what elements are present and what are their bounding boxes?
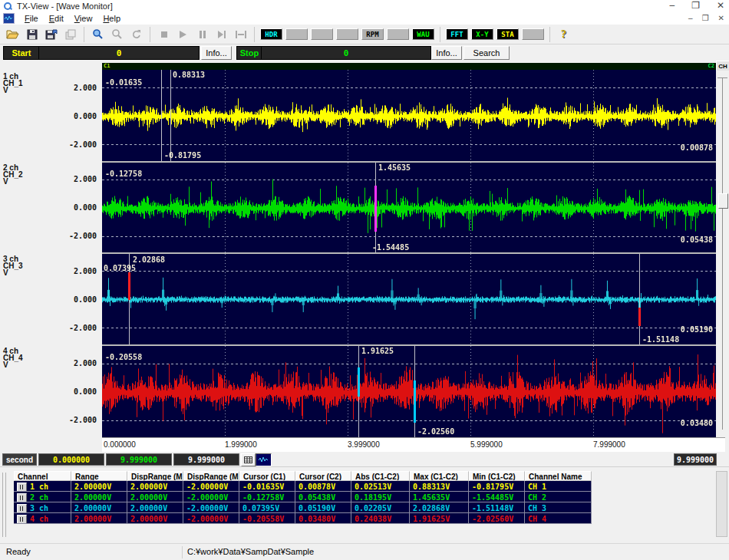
waveform-ch2[interactable] xyxy=(102,163,716,253)
toggle-xy-button[interactable]: X-Y xyxy=(471,28,493,40)
minimize-icon[interactable]: – xyxy=(669,0,675,11)
child-close-icon[interactable]: ✕ xyxy=(718,14,724,22)
toggle-blank-button[interactable] xyxy=(311,28,333,40)
menu-file[interactable]: File xyxy=(19,13,44,24)
c1-position-value: 0.000000 xyxy=(38,453,104,466)
close-icon[interactable]: ✕ xyxy=(717,0,724,11)
column-header-10[interactable]: Channel Name xyxy=(525,471,592,481)
max-value-ch1: 0.88313 xyxy=(173,71,205,79)
slider-thumb[interactable] xyxy=(718,193,728,209)
play-button-disabled[interactable] xyxy=(174,26,192,43)
column-header-8[interactable]: Max (C1-C2) xyxy=(410,471,469,481)
table-row-ch2[interactable]: 2 ch2.00000V2.00000V-2.00000V-0.12758V0.… xyxy=(14,492,592,502)
cursor-c2-marker[interactable]: C2 xyxy=(708,63,714,69)
cell-r2c2: 2.00000V xyxy=(71,492,127,502)
channel-table-panel: ChannelRangeDispRange (M...DispRange (Mi… xyxy=(0,469,729,542)
toggle-fft-button[interactable]: FFT xyxy=(446,28,468,40)
table-scrollbar[interactable] xyxy=(716,471,727,537)
max-marker-line-ch1[interactable] xyxy=(170,70,171,162)
toggle-blank-button[interactable] xyxy=(336,28,358,40)
column-header-7[interactable]: Abs (C1-C2) xyxy=(351,471,410,481)
column-header-2[interactable]: Range xyxy=(71,471,127,481)
waveform-ch3[interactable] xyxy=(102,254,716,344)
row-monitor-button[interactable] xyxy=(17,483,27,492)
cursor-c1-marker[interactable]: C1 xyxy=(104,63,110,69)
restore-icon[interactable]: ❐ xyxy=(691,0,700,11)
range-button-disabled[interactable] xyxy=(232,26,249,43)
waveform-panel-ch3[interactable]: 2.02868 0.07395 -1.51148 0.05190 xyxy=(102,254,716,344)
cell-r4c2: 2.00000V xyxy=(71,513,127,524)
column-header-1[interactable]: Channel xyxy=(14,471,71,481)
time-unit-label: second xyxy=(2,453,37,466)
save-as-button[interactable] xyxy=(42,26,60,43)
min-marker-line-ch1[interactable] xyxy=(161,70,162,162)
splitter-grip[interactable] xyxy=(2,473,3,537)
pause-button-disabled[interactable] xyxy=(193,26,211,43)
toggle-wau-button[interactable]: WAU xyxy=(412,28,434,40)
help-button[interactable]: ? xyxy=(555,26,572,43)
zoom-in-button[interactable] xyxy=(89,26,107,43)
waveform-panel-ch1[interactable]: 0.88313 -0.01635 -0.81795 0.00878 xyxy=(102,70,716,162)
column-header-9[interactable]: Min (C1-C2) xyxy=(469,471,525,481)
waveform-ch1[interactable] xyxy=(102,70,716,162)
step-forward-button-disabled[interactable] xyxy=(213,26,230,43)
cell-r2c8: 1.45635V xyxy=(410,492,469,502)
c2-value-ch1: 0.00878 xyxy=(681,143,713,152)
table-row-ch3[interactable]: 3 ch2.00000V2.00000V-2.00000V0.07395V0.0… xyxy=(14,502,592,513)
toggle-sta-button[interactable]: STA xyxy=(496,28,519,40)
max-marker-line-ch4[interactable] xyxy=(358,346,359,437)
channel-3-unit: V xyxy=(3,268,8,277)
c1-value-ch4: -0.20558 xyxy=(105,353,142,361)
start-info-button[interactable]: Info... xyxy=(201,46,232,60)
menu-help[interactable]: Help xyxy=(97,13,126,24)
cell-r4c9: -2.02560V xyxy=(469,513,525,524)
row-monitor-button[interactable] xyxy=(17,493,27,502)
c1-value-ch1: -0.01635 xyxy=(105,78,142,87)
search-button[interactable]: Search xyxy=(463,46,510,60)
child-minimize-icon[interactable]: – xyxy=(688,14,693,22)
row-monitor-button[interactable] xyxy=(17,515,27,524)
column-header-3[interactable]: DispRange (M... xyxy=(127,471,183,481)
zoom-out-button-disabled[interactable] xyxy=(108,26,126,43)
toggle-blank-button[interactable] xyxy=(285,28,308,40)
waveform-panel-ch4[interactable]: 1.91625 -0.20558 -2.02560 0.03480 xyxy=(102,346,716,437)
menu-edit[interactable]: Edit xyxy=(44,13,69,24)
stop-button-disabled[interactable] xyxy=(155,26,173,43)
c2-value-ch2: 0.05438 xyxy=(681,236,713,244)
slider-track[interactable] xyxy=(722,78,723,430)
open-file-button[interactable] xyxy=(4,26,21,43)
min-marker-line-ch4[interactable] xyxy=(414,346,415,437)
child-restore-icon[interactable]: ❐ xyxy=(702,14,709,22)
table-view-button[interactable] xyxy=(241,453,256,466)
table-row-ch4[interactable]: 4 ch2.00000V2.00000V-2.00000V-0.20558V0.… xyxy=(14,513,592,524)
toggle-rpm-button[interactable]: RPM xyxy=(361,28,384,40)
axis-label: 2.000 xyxy=(20,84,97,92)
menu-view[interactable]: View xyxy=(69,13,98,24)
column-header-4[interactable]: DispRange (Mi... xyxy=(183,471,239,481)
copy-window-button-disabled[interactable] xyxy=(61,26,79,43)
toggle-blank-button[interactable] xyxy=(522,28,544,40)
row-monitor-button[interactable] xyxy=(17,504,27,513)
min-marker-line-ch3[interactable] xyxy=(639,254,640,344)
waveform-ch4[interactable] xyxy=(102,346,716,437)
cell-r4c4: -2.00000V xyxy=(183,513,239,524)
toggle-hdr-button[interactable]: HDR xyxy=(260,28,282,40)
cursor-readout-bar: second 0.000000 9.999000 9.999000 9.9990… xyxy=(0,453,729,467)
splitter-grip[interactable] xyxy=(5,473,6,537)
save-button[interactable] xyxy=(23,26,41,43)
column-header-5[interactable]: Cursor (C1) xyxy=(239,471,295,481)
toggle-blank-button[interactable] xyxy=(387,28,409,40)
table-row-ch1[interactable]: 1 ch2.00000V2.00000V-2.00000V-0.01635V0.… xyxy=(14,481,592,492)
vertical-scale-slider xyxy=(716,71,729,437)
time-tick: 1.999000 xyxy=(225,440,257,449)
refresh-button-disabled[interactable] xyxy=(127,26,145,43)
wave-view-button[interactable] xyxy=(256,453,272,466)
start-value: 0 xyxy=(38,46,200,60)
column-header-6[interactable]: Cursor (C2) xyxy=(295,471,351,481)
max-marker-line-ch2[interactable] xyxy=(375,163,376,253)
time-tick: 5.999000 xyxy=(470,440,503,449)
stop-info-button[interactable]: Info... xyxy=(431,46,462,60)
cell-r2c10: CH_2 xyxy=(525,492,592,502)
axis-label: 0.000 xyxy=(20,387,97,396)
waveform-panel-ch2[interactable]: 1.45635 -0.12758 -1.54485 0.05438 xyxy=(102,163,716,253)
